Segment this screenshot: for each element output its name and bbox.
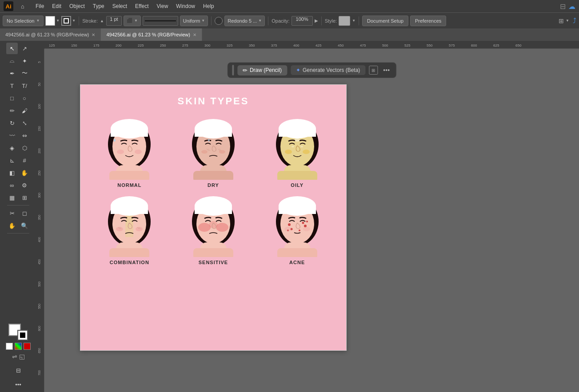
stroke-square-inner — [18, 331, 27, 340]
menu-help[interactable]: Help — [200, 2, 218, 10]
float-handle[interactable] — [232, 65, 234, 75]
gradient-tool[interactable]: ◧ — [6, 167, 18, 178]
mesh-tool[interactable]: # — [19, 154, 30, 166]
svg-rect-74 — [111, 205, 148, 214]
menu-file[interactable]: File — [32, 2, 48, 10]
gradient-swatch[interactable] — [15, 343, 22, 350]
svg-point-103 — [284, 227, 291, 231]
line-style-picker[interactable] — [143, 16, 178, 26]
graph-tool[interactable]: ▦ — [6, 192, 18, 203]
svg-text:250: 250 — [160, 44, 166, 48]
cloud-icon[interactable]: ☁ — [568, 2, 575, 11]
perspective-tool[interactable]: ⊾ — [6, 154, 18, 166]
arrange-windows-icon[interactable]: ⊞ — [559, 17, 564, 24]
curvature-tool[interactable]: 〜 — [19, 67, 30, 79]
uniform-label: Uniform — [183, 18, 200, 24]
type-path-tool[interactable]: T/ — [19, 80, 30, 91]
magic-wand-tool[interactable]: ✦ — [19, 55, 30, 67]
selection-dropdown[interactable]: No Selection ▼ — [3, 16, 44, 26]
width-tool[interactable]: ⇔ — [19, 130, 30, 141]
stroke-spinbox[interactable]: ▲ — [100, 19, 104, 23]
tab-1-close[interactable]: ✕ — [92, 32, 95, 37]
preferences-button[interactable]: Preferences — [410, 16, 446, 26]
eyedropper-tool[interactable]: ✋ — [19, 167, 30, 178]
arrange-icon[interactable]: ⊟ — [560, 2, 566, 11]
pattern-swatch[interactable] — [24, 343, 31, 350]
menu-edit[interactable]: Edit — [48, 2, 65, 10]
more-tools-button[interactable]: ••• — [12, 379, 24, 390]
draw-pencil-button[interactable]: ✏ Draw (Pencil) — [237, 65, 287, 75]
menu-view[interactable]: View — [153, 2, 172, 10]
svg-point-87 — [209, 221, 218, 228]
uniform-dropdown[interactable]: Uniform ▼ — [180, 16, 208, 26]
tab-2-close[interactable]: ✕ — [193, 32, 196, 37]
rectangle-tool[interactable]: □ — [6, 92, 18, 104]
brush-tool[interactable]: 🖌 — [19, 105, 30, 116]
image-trace-icon[interactable]: ⊞ — [369, 66, 378, 75]
warp-tool[interactable]: 〰 — [6, 130, 18, 141]
tab-1[interactable]: 4942566.ai @ 61.23 % (RGB/Preview) ✕ — [0, 28, 101, 41]
menu-bar: Ai ⌂ File Edit Object Type Select Effect… — [0, 0, 579, 12]
hand-tool[interactable]: ✋ — [6, 220, 18, 231]
svg-point-85 — [198, 223, 211, 232]
svg-rect-42 — [111, 128, 148, 137]
shape-builder-tool[interactable]: ◈ — [6, 142, 18, 154]
type-tool[interactable]: T — [6, 80, 18, 91]
stroke-square[interactable] — [17, 330, 28, 341]
stroke-input[interactable]: 1 pt — [106, 16, 122, 26]
svg-rect-106 — [277, 248, 317, 257]
none-swatch[interactable] — [6, 343, 13, 350]
svg-text:150: 150 — [38, 126, 41, 131]
menu-window[interactable]: Window — [172, 2, 199, 10]
svg-text:600: 600 — [38, 326, 41, 331]
menu-type[interactable]: Type — [89, 2, 108, 10]
stroke-color-swatch[interactable] — [61, 16, 71, 26]
home-icon[interactable]: ⌂ — [18, 1, 28, 11]
fill-dropdown-arrow[interactable]: ▼ — [56, 19, 60, 23]
pencil-tool[interactable]: ✏ — [6, 105, 18, 116]
menu-object[interactable]: Object — [66, 2, 88, 10]
stroke-options-dropdown[interactable]: ⬛ ▼ — [124, 16, 141, 26]
direct-select-tool[interactable]: ↗ — [19, 43, 30, 54]
swap-icon[interactable]: ⇌ — [12, 353, 17, 360]
svg-text:350: 350 — [38, 215, 41, 220]
arrange-windows-arrow[interactable]: ▼ — [566, 19, 569, 23]
stroke-color-dropdown-arrow[interactable]: ▼ — [72, 19, 76, 23]
screen-mode-tool[interactable]: ⊟ — [12, 364, 24, 376]
svg-point-67 — [300, 146, 303, 147]
more-options-icon[interactable]: ••• — [381, 67, 391, 74]
blend-tool[interactable]: ∞ — [6, 179, 18, 191]
sep2 — [211, 16, 212, 25]
eraser-tool[interactable]: ◻ — [19, 207, 30, 219]
live-paint-tool[interactable]: ⬡ — [19, 142, 30, 154]
default-colors-icon[interactable]: ◱ — [19, 353, 25, 360]
select-tool[interactable]: ↖ — [6, 43, 18, 54]
svg-text:250: 250 — [38, 170, 41, 176]
generate-vectors-button[interactable]: ✦ Generate Vectors (Beta) — [291, 65, 365, 75]
style-arrow[interactable]: ▼ — [352, 19, 355, 23]
menu-effect[interactable]: Effect — [132, 2, 152, 10]
ellipse-tool[interactable]: ○ — [19, 92, 30, 104]
scale-tool[interactable]: ⤡ — [19, 117, 30, 129]
symbol-tool[interactable]: ⚙ — [19, 179, 30, 191]
brush-arrow: ▼ — [258, 19, 262, 23]
share-icon[interactable]: ⤴ — [573, 17, 576, 25]
opacity-input[interactable]: 100% — [291, 16, 313, 26]
tab-2[interactable]: 4942566.ai @ 61.23 % (RGB/Preview) ✕ — [101, 28, 202, 41]
slice-tool[interactable]: ✂ — [6, 207, 18, 219]
menu-select[interactable]: Select — [109, 2, 131, 10]
sep5 — [359, 16, 359, 25]
fill-color-swatch[interactable] — [45, 16, 55, 26]
artboard-tool[interactable]: ⊞ — [19, 192, 30, 203]
document-setup-button[interactable]: Document Setup — [362, 16, 408, 26]
brush-dropdown[interactable]: Redondo 5 ... ▼ — [224, 16, 265, 26]
stroke-up-arrow[interactable]: ▲ — [100, 19, 104, 23]
pencil-icon: ✏ — [243, 67, 248, 74]
style-swatch[interactable] — [339, 16, 350, 26]
draw-pencil-label: Draw (Pencil) — [250, 67, 282, 73]
pen-tool[interactable]: ✒ — [6, 67, 18, 79]
opacity-more[interactable]: ▶ — [315, 18, 318, 23]
rotate-tool[interactable]: ↻ — [6, 117, 18, 129]
lasso-tool[interactable]: ⌓ — [6, 55, 18, 67]
zoom-tool[interactable]: 🔍 — [19, 220, 30, 231]
